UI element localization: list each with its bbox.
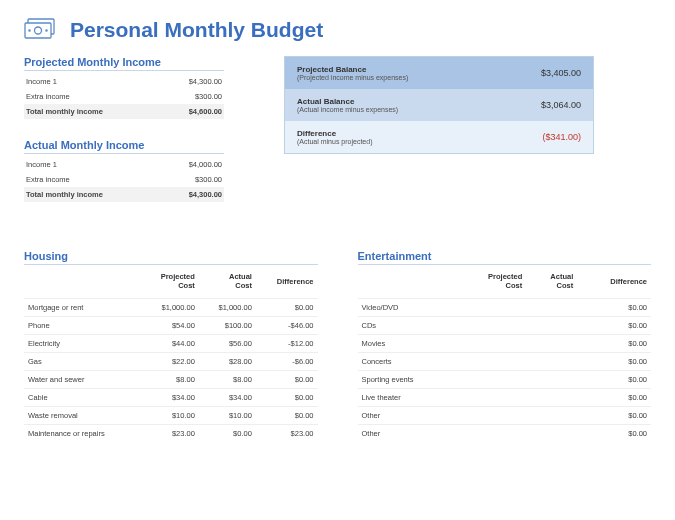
table-total-row: Total monthly income $4,600.00 xyxy=(24,104,224,119)
actual-income-heading: Actual Monthly Income xyxy=(24,139,224,154)
projected-income-heading: Projected Monthly Income xyxy=(24,56,224,71)
table-row: Concerts$0.00 xyxy=(358,353,652,371)
col-difference: Difference xyxy=(577,268,651,299)
table-row: Water and sewer$8.00$8.00$0.00 xyxy=(24,371,318,389)
table-row: Income 1$4,000.00 xyxy=(24,157,224,172)
table-row: Mortgage or rent$1,000.00$1,000.00$0.00 xyxy=(24,299,318,317)
table-row: Sporting events$0.00 xyxy=(358,371,652,389)
table-row: Income 1$4,300.00 xyxy=(24,74,224,89)
table-row: Movies$0.00 xyxy=(358,335,652,353)
entertainment-heading: Entertainment xyxy=(358,250,652,265)
table-row: Cable$34.00$34.00$0.00 xyxy=(24,389,318,407)
actual-income-table: Income 1$4,000.00Extra income$300.00 Tot… xyxy=(24,157,224,202)
money-icon xyxy=(24,18,56,42)
actual-balance-row: Actual Balance (Actual income minus expe… xyxy=(285,89,593,121)
housing-table: Projected Cost Actual Cost Difference Mo… xyxy=(24,268,318,442)
title-row: Personal Monthly Budget xyxy=(24,18,651,42)
difference-row: Difference (Actual minus projected) ($34… xyxy=(285,121,593,153)
col-projected: Projected Cost xyxy=(457,268,527,299)
page-title: Personal Monthly Budget xyxy=(70,18,323,42)
table-row: Other$0.00 xyxy=(358,425,652,443)
col-actual: Actual Cost xyxy=(526,268,577,299)
table-row: Waste removal$10.00$10.00$0.00 xyxy=(24,407,318,425)
table-row: Other$0.00 xyxy=(358,407,652,425)
table-row: Extra income$300.00 xyxy=(24,89,224,104)
table-row: CDs$0.00 xyxy=(358,317,652,335)
table-row: Extra income$300.00 xyxy=(24,172,224,187)
entertainment-table: Projected Cost Actual Cost Difference Vi… xyxy=(358,268,652,442)
table-row: Maintenance or repairs$23.00$0.00$23.00 xyxy=(24,425,318,443)
table-row: Phone$54.00$100.00-$46.00 xyxy=(24,317,318,335)
svg-point-3 xyxy=(29,30,30,31)
col-actual: Actual Cost xyxy=(199,268,256,299)
table-total-row: Total monthly income $4,300.00 xyxy=(24,187,224,202)
table-row: Video/DVD$0.00 xyxy=(358,299,652,317)
table-row: Gas$22.00$28.00-$6.00 xyxy=(24,353,318,371)
svg-point-4 xyxy=(46,30,47,31)
table-row: Live theater$0.00 xyxy=(358,389,652,407)
balance-summary: Projected Balance (Projected income minu… xyxy=(284,56,594,154)
col-projected: Projected Cost xyxy=(141,268,199,299)
projected-balance-row: Projected Balance (Projected income minu… xyxy=(285,57,593,89)
col-difference: Difference xyxy=(256,268,318,299)
housing-heading: Housing xyxy=(24,250,318,265)
table-row: Electricity$44.00$56.00-$12.00 xyxy=(24,335,318,353)
projected-income-table: Income 1$4,300.00Extra income$300.00 Tot… xyxy=(24,74,224,119)
